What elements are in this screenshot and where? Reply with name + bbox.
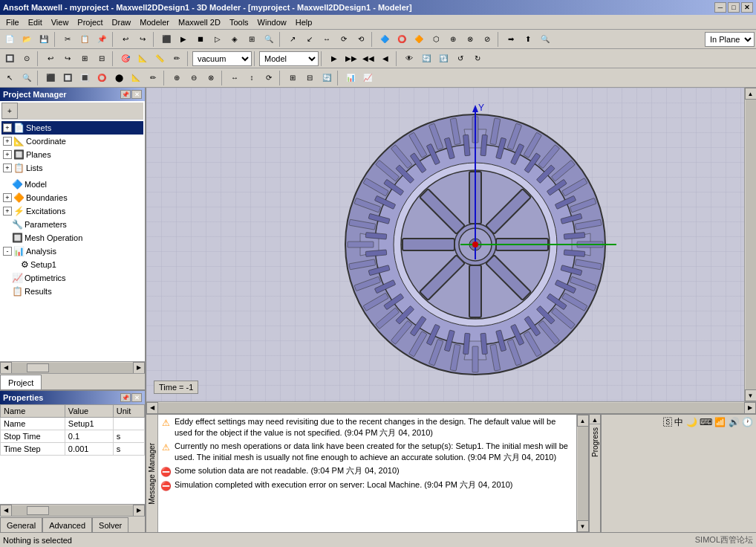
prop-timestep-value[interactable]: 0.001 [65, 443, 113, 456]
tab-general[interactable]: General [0, 517, 42, 532]
menu-maxwell2d[interactable]: Maxwell 2D [174, 16, 225, 28]
pin-button[interactable]: 📌 [120, 90, 131, 99]
viewport-select[interactable]: In Plane [705, 32, 755, 47]
tb55[interactable]: ⊞ [284, 70, 301, 86]
tb27[interactable]: ⊞ [76, 51, 93, 67]
tab-project[interactable]: Project [0, 375, 42, 389]
tb21[interactable]: ⬆ [520, 31, 536, 48]
zoom-fit[interactable]: 🔍 [19, 70, 35, 86]
tb20[interactable]: ➡ [503, 31, 519, 48]
tree-btn1[interactable]: + [1, 103, 18, 119]
msg-vscroll-up[interactable]: ▲ [577, 415, 589, 427]
tb48[interactable]: ✏ [145, 70, 161, 86]
tb40[interactable]: ↺ [452, 51, 469, 67]
model-select[interactable]: Model [259, 51, 319, 66]
tb35[interactable]: ◀◀ [360, 51, 377, 67]
tree-scroll-track[interactable] [12, 363, 133, 373]
minimize-button[interactable]: ─ [714, 2, 726, 13]
tree-item-sheets[interactable]: + 📄 Sheets [1, 121, 143, 135]
tb49[interactable]: ⊕ [169, 70, 185, 86]
tb15[interactable]: 🔶 [411, 31, 427, 48]
hscroll-right[interactable]: ▶ [744, 402, 756, 414]
tb9[interactable]: ↙ [302, 31, 318, 48]
tree-item-analysis[interactable]: - 📊 Analysis [1, 245, 143, 258]
menu-edit[interactable]: Edit [24, 16, 47, 28]
tree-item-boundaries[interactable]: + 🔶 Boundaries [1, 191, 143, 204]
tree-item-mesh[interactable]: 🔲 Mesh Operation [1, 231, 143, 245]
tb52[interactable]: ↔ [227, 70, 243, 86]
tb53[interactable]: ↕ [244, 70, 260, 86]
tb51[interactable]: ⊗ [203, 70, 219, 86]
hscroll-track[interactable] [158, 403, 744, 413]
copy-button[interactable]: 📋 [76, 31, 93, 48]
tb18[interactable]: ⊗ [462, 31, 478, 48]
tb28[interactable]: ⊟ [94, 51, 110, 67]
tb33[interactable]: ▶ [326, 51, 342, 67]
tree-item-model[interactable]: 🔷 Model [1, 178, 143, 191]
tb56[interactable]: ⊟ [302, 70, 318, 86]
tb25[interactable]: ↩ [42, 51, 59, 67]
menu-window[interactable]: Window [253, 16, 291, 28]
tb44[interactable]: 🔳 [76, 70, 93, 86]
paste-button[interactable]: 📌 [94, 31, 110, 48]
menu-tools[interactable]: Tools [225, 16, 253, 28]
expand-boundaries[interactable]: + [3, 193, 12, 202]
tb12[interactable]: ⟲ [353, 31, 369, 48]
restore-button[interactable]: □ [728, 2, 740, 13]
vscroll-track[interactable] [746, 100, 756, 389]
undo-button[interactable]: ↩ [117, 31, 134, 48]
tb16[interactable]: ⬡ [428, 31, 444, 48]
msg-vscroll-track[interactable] [578, 427, 588, 520]
tb24[interactable]: ⊙ [19, 51, 35, 67]
tree-item-setup1[interactable]: ⚙ Setup1 [1, 258, 143, 271]
tb1[interactable]: ⬛ [158, 31, 175, 48]
menu-project[interactable]: Project [73, 16, 107, 28]
props-scroll-track[interactable] [12, 505, 133, 516]
select-tool[interactable]: ↖ [1, 70, 18, 86]
menu-draw[interactable]: Draw [108, 16, 136, 28]
tb50[interactable]: ⊖ [186, 70, 202, 86]
tb7[interactable]: 🔍 [261, 31, 277, 48]
tb57[interactable]: 🔄 [319, 70, 335, 86]
tb6[interactable]: ⊞ [244, 31, 260, 48]
tb59[interactable]: 📈 [359, 70, 376, 86]
tb22[interactable]: 🔍 [537, 31, 553, 48]
tb45[interactable]: ⭕ [94, 70, 110, 86]
tb2[interactable]: ▶ [175, 31, 192, 48]
new-button[interactable]: 📄 [1, 31, 18, 48]
tb46[interactable]: ⬤ [111, 70, 127, 86]
tree-scroll-right[interactable]: ▶ [133, 362, 145, 374]
redo-button[interactable]: ↪ [134, 31, 151, 48]
expand-coordinate[interactable]: + [3, 137, 12, 146]
tb26[interactable]: ↪ [59, 51, 76, 67]
canvas-area[interactable]: // This will be rendered via SVG [146, 88, 744, 401]
tree-item-planes[interactable]: + 🔲 Planes [1, 148, 143, 161]
menu-view[interactable]: View [47, 16, 74, 28]
hscroll-left[interactable]: ◀ [146, 402, 158, 414]
tb38[interactable]: 🔄 [418, 51, 434, 67]
vscroll-down[interactable]: ▼ [745, 389, 757, 401]
tb34[interactable]: ▶▶ [343, 51, 359, 67]
cut-button[interactable]: ✂ [59, 31, 76, 48]
tb5[interactable]: ◈ [227, 31, 243, 48]
tb17[interactable]: ⊕ [445, 31, 461, 48]
tb43[interactable]: 🔲 [59, 70, 76, 86]
tb14[interactable]: ⭕ [394, 31, 410, 48]
tree-item-parameters[interactable]: 🔧 Parameters [1, 218, 143, 231]
expand-excitations[interactable]: + [3, 207, 12, 216]
prop-name-value[interactable]: Setup1 [65, 418, 113, 430]
material-select[interactable]: vacuum [192, 51, 252, 66]
props-scroll-left[interactable]: ◀ [0, 505, 12, 517]
tb54[interactable]: ⟳ [261, 70, 277, 86]
tb11[interactable]: ⟳ [336, 31, 352, 48]
tb30[interactable]: 📐 [134, 51, 151, 67]
expand-sheets[interactable]: + [3, 123, 12, 132]
expand-analysis[interactable]: - [3, 247, 12, 256]
tb3[interactable]: ⏹ [192, 31, 209, 48]
tb41[interactable]: ↻ [469, 51, 486, 67]
props-pin-button[interactable]: 📌 [120, 393, 131, 402]
tb32[interactable]: ✏ [169, 51, 185, 67]
menu-modeler[interactable]: Modeler [135, 16, 174, 28]
tree-scroll-left[interactable]: ◀ [0, 362, 12, 374]
tb31[interactable]: 📏 [151, 51, 168, 67]
